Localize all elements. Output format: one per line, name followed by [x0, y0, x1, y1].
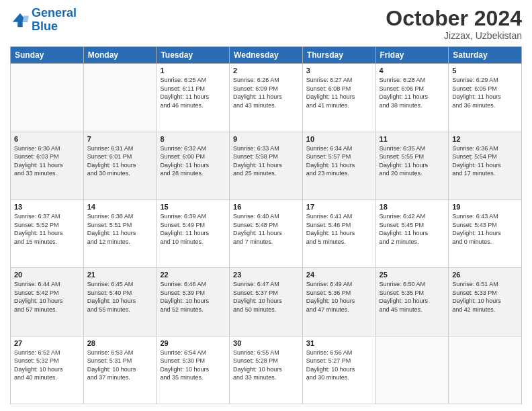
- day-number: 11: [380, 135, 445, 143]
- table-cell: 1Sunrise: 6:25 AM Sunset: 6:11 PM Daylig…: [157, 64, 230, 132]
- table-cell: 19Sunrise: 6:43 AM Sunset: 5:43 PM Dayli…: [449, 199, 522, 267]
- day-info: Sunrise: 6:37 AM Sunset: 5:52 PM Dayligh…: [14, 212, 80, 246]
- day-number: 25: [380, 271, 445, 279]
- day-info: Sunrise: 6:30 AM Sunset: 6:03 PM Dayligh…: [14, 144, 80, 178]
- day-info: Sunrise: 6:38 AM Sunset: 5:51 PM Dayligh…: [87, 212, 153, 246]
- calendar-week-row: 20Sunrise: 6:44 AM Sunset: 5:42 PM Dayli…: [11, 268, 522, 336]
- day-info: Sunrise: 6:46 AM Sunset: 5:39 PM Dayligh…: [160, 280, 226, 314]
- table-cell: 10Sunrise: 6:34 AM Sunset: 5:57 PM Dayli…: [302, 132, 375, 199]
- table-cell: 18Sunrise: 6:42 AM Sunset: 5:45 PM Dayli…: [375, 199, 449, 267]
- day-info: Sunrise: 6:34 AM Sunset: 5:57 PM Dayligh…: [306, 144, 372, 178]
- day-info: Sunrise: 6:54 AM Sunset: 5:30 PM Dayligh…: [160, 349, 226, 382]
- table-cell: 5Sunrise: 6:29 AM Sunset: 6:05 PM Daylig…: [449, 64, 522, 132]
- calendar-table: Sunday Monday Tuesday Wednesday Thursday…: [10, 46, 522, 404]
- location: Jizzax, Uzbekistan: [386, 30, 522, 41]
- day-info: Sunrise: 6:45 AM Sunset: 5:40 PM Dayligh…: [87, 280, 153, 314]
- day-info: Sunrise: 6:27 AM Sunset: 6:08 PM Dayligh…: [306, 76, 372, 109]
- table-cell: 13Sunrise: 6:37 AM Sunset: 5:52 PM Dayli…: [11, 199, 84, 267]
- col-wednesday: Wednesday: [230, 47, 303, 64]
- day-info: Sunrise: 6:40 AM Sunset: 5:48 PM Dayligh…: [233, 212, 299, 246]
- logo: General Blue: [10, 7, 77, 34]
- day-info: Sunrise: 6:28 AM Sunset: 6:06 PM Dayligh…: [380, 76, 445, 109]
- table-cell: [375, 336, 449, 404]
- table-cell: 7Sunrise: 6:31 AM Sunset: 6:01 PM Daylig…: [83, 132, 157, 199]
- day-number: 30: [233, 339, 299, 347]
- day-number: 31: [306, 339, 372, 347]
- day-number: 7: [87, 135, 153, 143]
- day-info: Sunrise: 6:53 AM Sunset: 5:31 PM Dayligh…: [87, 349, 153, 382]
- day-number: 12: [452, 135, 518, 143]
- day-info: Sunrise: 6:33 AM Sunset: 5:58 PM Dayligh…: [233, 144, 299, 178]
- day-info: Sunrise: 6:55 AM Sunset: 5:28 PM Dayligh…: [233, 349, 299, 382]
- day-number: 10: [306, 135, 372, 143]
- table-cell: 8Sunrise: 6:32 AM Sunset: 6:00 PM Daylig…: [157, 132, 230, 199]
- table-cell: 16Sunrise: 6:40 AM Sunset: 5:48 PM Dayli…: [230, 199, 303, 267]
- table-cell: 4Sunrise: 6:28 AM Sunset: 6:06 PM Daylig…: [375, 64, 449, 132]
- day-number: 18: [380, 203, 445, 211]
- day-number: 1: [160, 66, 226, 75]
- day-info: Sunrise: 6:50 AM Sunset: 5:35 PM Dayligh…: [380, 280, 445, 314]
- day-number: 24: [306, 271, 372, 279]
- table-cell: 23Sunrise: 6:47 AM Sunset: 5:37 PM Dayli…: [230, 268, 303, 336]
- day-number: 28: [87, 339, 153, 347]
- day-info: Sunrise: 6:26 AM Sunset: 6:09 PM Dayligh…: [233, 76, 299, 109]
- table-cell: 28Sunrise: 6:53 AM Sunset: 5:31 PM Dayli…: [83, 336, 157, 404]
- day-info: Sunrise: 6:31 AM Sunset: 6:01 PM Dayligh…: [87, 144, 153, 178]
- day-number: 20: [14, 271, 80, 279]
- day-number: 5: [452, 66, 518, 75]
- title-block: October 2024 Jizzax, Uzbekistan: [386, 7, 522, 41]
- table-cell: 24Sunrise: 6:49 AM Sunset: 5:36 PM Dayli…: [302, 268, 375, 336]
- table-cell: 9Sunrise: 6:33 AM Sunset: 5:58 PM Daylig…: [230, 132, 303, 199]
- calendar-page: General Blue October 2024 Jizzax, Uzbeki…: [0, 0, 532, 411]
- day-number: 21: [87, 271, 153, 279]
- col-saturday: Saturday: [449, 47, 522, 64]
- table-cell: 27Sunrise: 6:52 AM Sunset: 5:32 PM Dayli…: [11, 336, 84, 404]
- month-year: October 2024: [386, 7, 522, 30]
- table-cell: 31Sunrise: 6:56 AM Sunset: 5:27 PM Dayli…: [302, 336, 375, 404]
- day-number: 4: [380, 66, 445, 75]
- day-info: Sunrise: 6:47 AM Sunset: 5:37 PM Dayligh…: [233, 280, 299, 314]
- logo-blue: Blue: [32, 19, 58, 33]
- day-number: 26: [452, 271, 518, 279]
- day-number: 6: [14, 135, 80, 143]
- day-info: Sunrise: 6:44 AM Sunset: 5:42 PM Dayligh…: [14, 280, 80, 314]
- calendar-body: 1Sunrise: 6:25 AM Sunset: 6:11 PM Daylig…: [11, 64, 522, 404]
- day-info: Sunrise: 6:41 AM Sunset: 5:46 PM Dayligh…: [306, 212, 372, 246]
- day-info: Sunrise: 6:51 AM Sunset: 5:33 PM Dayligh…: [452, 280, 518, 314]
- day-number: 17: [306, 203, 372, 211]
- logo-text: General Blue: [32, 7, 77, 34]
- table-cell: 3Sunrise: 6:27 AM Sunset: 6:08 PM Daylig…: [302, 64, 375, 132]
- table-cell: [83, 64, 157, 132]
- day-number: 29: [160, 339, 226, 347]
- day-number: 16: [233, 203, 299, 211]
- table-cell: 26Sunrise: 6:51 AM Sunset: 5:33 PM Dayli…: [449, 268, 522, 336]
- day-info: Sunrise: 6:35 AM Sunset: 5:55 PM Dayligh…: [380, 144, 445, 178]
- table-cell: [449, 336, 522, 404]
- table-cell: 17Sunrise: 6:41 AM Sunset: 5:46 PM Dayli…: [302, 199, 375, 267]
- day-info: Sunrise: 6:42 AM Sunset: 5:45 PM Dayligh…: [380, 212, 445, 246]
- col-tuesday: Tuesday: [157, 47, 230, 64]
- day-info: Sunrise: 6:49 AM Sunset: 5:36 PM Dayligh…: [306, 280, 372, 314]
- table-cell: 22Sunrise: 6:46 AM Sunset: 5:39 PM Dayli…: [157, 268, 230, 336]
- day-info: Sunrise: 6:43 AM Sunset: 5:43 PM Dayligh…: [452, 212, 518, 246]
- day-info: Sunrise: 6:56 AM Sunset: 5:27 PM Dayligh…: [306, 349, 372, 382]
- day-info: Sunrise: 6:25 AM Sunset: 6:11 PM Dayligh…: [160, 76, 226, 109]
- svg-marker-1: [23, 15, 29, 21]
- calendar-week-row: 13Sunrise: 6:37 AM Sunset: 5:52 PM Dayli…: [11, 199, 522, 267]
- table-cell: [11, 64, 84, 132]
- day-number: 14: [87, 203, 153, 211]
- col-thursday: Thursday: [302, 47, 375, 64]
- day-number: 15: [160, 203, 226, 211]
- calendar-week-row: 1Sunrise: 6:25 AM Sunset: 6:11 PM Daylig…: [11, 64, 522, 132]
- day-number: 2: [233, 66, 299, 75]
- table-cell: 15Sunrise: 6:39 AM Sunset: 5:49 PM Dayli…: [157, 199, 230, 267]
- table-cell: 6Sunrise: 6:30 AM Sunset: 6:03 PM Daylig…: [11, 132, 84, 199]
- col-sunday: Sunday: [11, 47, 84, 64]
- day-info: Sunrise: 6:32 AM Sunset: 6:00 PM Dayligh…: [160, 144, 226, 178]
- day-info: Sunrise: 6:52 AM Sunset: 5:32 PM Dayligh…: [14, 349, 80, 382]
- table-cell: 14Sunrise: 6:38 AM Sunset: 5:51 PM Dayli…: [83, 199, 157, 267]
- logo-general: General: [32, 6, 77, 19]
- table-cell: 30Sunrise: 6:55 AM Sunset: 5:28 PM Dayli…: [230, 336, 303, 404]
- calendar-week-row: 27Sunrise: 6:52 AM Sunset: 5:32 PM Dayli…: [11, 336, 522, 404]
- table-cell: 29Sunrise: 6:54 AM Sunset: 5:30 PM Dayli…: [157, 336, 230, 404]
